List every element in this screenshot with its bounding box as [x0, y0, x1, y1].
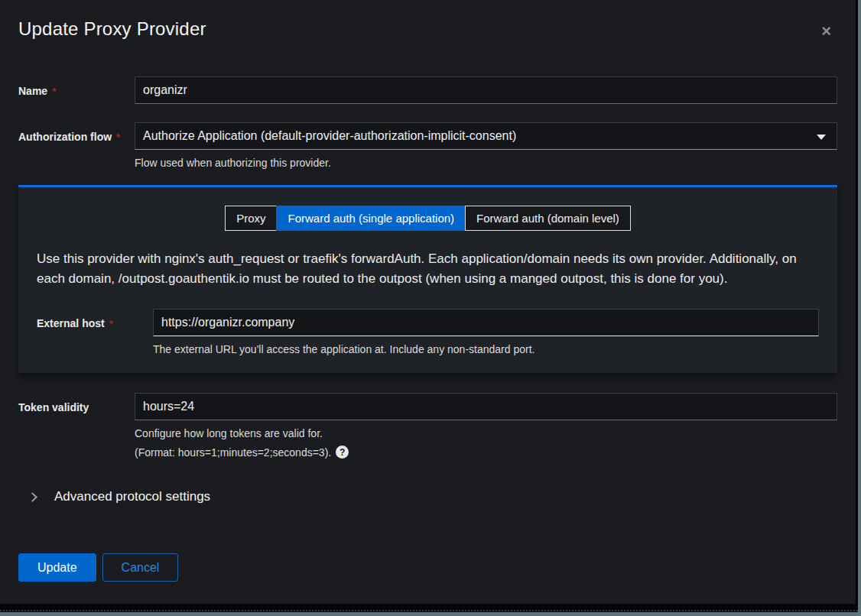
update-button[interactable]: Update	[18, 553, 96, 582]
frame-right-edge	[858, 0, 861, 616]
token-validity-format-help: (Format: hours=1;minutes=2;seconds=3). ?	[135, 446, 837, 459]
tab-proxy[interactable]: Proxy	[225, 206, 277, 231]
token-validity-input[interactable]	[135, 393, 837, 420]
token-validity-row: Token validity Configure how long tokens…	[18, 393, 837, 459]
help-question-icon[interactable]: ?	[336, 446, 349, 459]
required-asterisk: *	[116, 131, 120, 143]
authorization-flow-label: Authorization flow*	[18, 122, 135, 143]
required-asterisk: *	[109, 318, 113, 329]
name-field-row: Name*	[18, 76, 837, 104]
proxy-mode-card: Proxy Forward auth (single application) …	[18, 185, 837, 373]
advanced-protocol-settings-label: Advanced protocol settings	[54, 489, 210, 504]
token-validity-label: Token validity	[18, 393, 135, 413]
external-host-label: External host*	[37, 309, 153, 329]
tab-forward-auth-single-application[interactable]: Forward auth (single application)	[276, 206, 466, 231]
mode-description: Use this provider with nginx's auth_requ…	[37, 249, 809, 290]
provider-form: Name* Authorization flow* Authorize Appl…	[0, 76, 856, 504]
token-validity-help: Configure how long tokens are valid for.	[135, 426, 837, 442]
name-label: Name*	[18, 76, 135, 97]
frame-dotted-edge	[0, 610, 861, 611]
chevron-right-icon	[28, 492, 37, 502]
frame-bottom-edge	[0, 612, 861, 616]
advanced-protocol-settings-toggle[interactable]: Advanced protocol settings	[18, 489, 837, 504]
authorization-flow-selected-value: Authorize Application (default-provider-…	[143, 129, 516, 143]
close-icon[interactable]: ×	[815, 20, 837, 43]
tab-forward-auth-domain-level[interactable]: Forward auth (domain level)	[465, 206, 631, 231]
required-asterisk: *	[52, 86, 56, 97]
update-proxy-provider-modal: Update Proxy Provider × Name* Authorizat…	[0, 0, 856, 604]
modal-footer: Update Cancel	[0, 553, 856, 582]
external-host-row: External host* The external URL you'll a…	[37, 309, 819, 358]
modal-header: Update Proxy Provider ×	[0, 0, 856, 43]
external-host-input[interactable]	[153, 309, 819, 336]
authorization-flow-row: Authorization flow* Authorize Applicatio…	[18, 122, 837, 171]
modal-title: Update Proxy Provider	[18, 18, 206, 40]
screenshot-frame: Update Proxy Provider × Name* Authorizat…	[0, 0, 861, 616]
external-host-help: The external URL you'll access the appli…	[153, 342, 819, 358]
name-input[interactable]	[135, 76, 837, 104]
chevron-down-icon	[817, 135, 826, 140]
authorization-flow-select[interactable]: Authorize Application (default-provider-…	[135, 122, 837, 150]
authorization-flow-help: Flow used when authorizing this provider…	[135, 156, 837, 171]
proxy-mode-toggle-group: Proxy Forward auth (single application) …	[37, 206, 819, 231]
cancel-button[interactable]: Cancel	[102, 553, 179, 582]
